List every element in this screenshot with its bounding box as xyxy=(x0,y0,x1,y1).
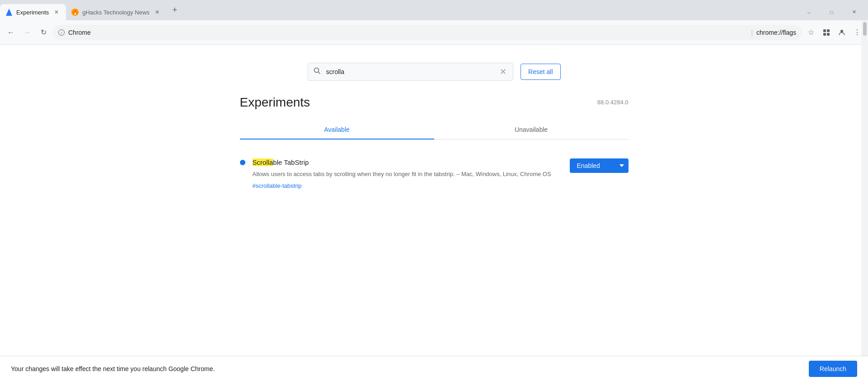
svg-rect-8 xyxy=(827,33,830,36)
address-url: chrome://flags xyxy=(756,29,796,36)
bottom-message: Your changes will take effect the next t… xyxy=(11,365,215,372)
relaunch-button[interactable]: Relaunch xyxy=(809,361,857,377)
search-input[interactable] xyxy=(326,68,493,75)
svg-rect-6 xyxy=(827,29,830,32)
new-tab-button[interactable]: + xyxy=(169,4,181,17)
page-title: Experiments xyxy=(240,95,310,110)
address-bar[interactable]: i Chrome | chrome://flags xyxy=(52,25,802,40)
search-icon xyxy=(314,67,321,76)
bookmark-button[interactable]: ☆ xyxy=(804,25,818,40)
experiments-tab-icon xyxy=(5,9,13,16)
experiment-link[interactable]: #scrollable-tabstrip xyxy=(253,182,302,189)
browser-name: Chrome xyxy=(68,29,747,36)
svg-point-9 xyxy=(840,30,843,33)
tabs-container: Available Unavailable xyxy=(240,121,629,139)
scrollbar-thumb[interactable] xyxy=(863,22,867,36)
experiment-item: Scrollable TabStrip Allows users to acce… xyxy=(240,154,629,200)
experiments-list: Scrollable TabStrip Allows users to acce… xyxy=(240,154,629,200)
toolbar-actions: ☆ ⋮ xyxy=(804,25,864,40)
search-box[interactable]: ✕ xyxy=(308,63,514,81)
experiments-tab-title: Experiments xyxy=(16,9,49,16)
forward-button[interactable]: → xyxy=(20,25,34,40)
svg-text:i: i xyxy=(61,31,62,35)
search-container: ✕ Reset all xyxy=(308,63,561,81)
maximize-button[interactable]: □ xyxy=(821,5,842,19)
experiment-description: Allows users to access tabs by scrolling… xyxy=(253,170,563,179)
nav-bar: ← → ↻ i Chrome | chrome://flags ☆ xyxy=(0,20,868,45)
experiment-name-highlight: Scrolla xyxy=(253,158,273,166)
scrollbar-track[interactable] xyxy=(861,20,868,356)
window-controls: – □ ✕ xyxy=(795,0,868,20)
page-header: Experiments 88.0.4284.0 xyxy=(240,95,629,110)
ghacks-tab-close[interactable]: ✕ xyxy=(153,8,161,16)
version-text: 88.0.4284.0 xyxy=(597,99,629,106)
search-clear-button[interactable]: ✕ xyxy=(498,67,507,76)
experiment-control[interactable]: Default Enabled Disabled xyxy=(570,158,629,173)
extensions-button[interactable] xyxy=(819,25,834,40)
tab-available[interactable]: Available xyxy=(240,121,434,139)
experiment-select[interactable]: Default Enabled Disabled xyxy=(570,158,629,173)
tab-unavailable[interactable]: Unavailable xyxy=(434,121,629,139)
profile-button[interactable] xyxy=(835,25,849,40)
minimize-button[interactable]: – xyxy=(798,5,819,19)
svg-text:🔥: 🔥 xyxy=(72,9,78,15)
address-separator: | xyxy=(751,29,753,36)
experiment-name: Scrollable TabStrip xyxy=(253,158,563,167)
address-security-icon: i xyxy=(58,29,65,36)
svg-marker-0 xyxy=(6,9,12,16)
svg-rect-5 xyxy=(823,29,826,32)
main-content: ✕ Reset all Experiments 88.0.4284.0 Avai… xyxy=(0,45,868,356)
bottom-bar: Your changes will take effect the next t… xyxy=(0,356,868,381)
tab-experiments[interactable]: Experiments ✕ xyxy=(0,4,66,20)
ghacks-tab-icon: 🔥 xyxy=(71,9,79,16)
reset-all-button[interactable]: Reset all xyxy=(521,64,560,80)
tab-strip: Experiments ✕ 🔥 gHacks Technology News ✕… xyxy=(0,0,795,20)
tab-ghacks[interactable]: 🔥 gHacks Technology News ✕ xyxy=(66,4,167,20)
svg-rect-7 xyxy=(823,33,826,36)
experiment-dot xyxy=(240,160,245,165)
experiments-tab-close[interactable]: ✕ xyxy=(52,8,61,16)
back-button[interactable]: ← xyxy=(4,25,18,40)
experiment-name-suffix: ble TabStrip xyxy=(273,158,309,166)
svg-line-11 xyxy=(318,72,320,74)
ghacks-tab-title: gHacks Technology News xyxy=(82,9,150,16)
refresh-button[interactable]: ↻ xyxy=(36,25,51,40)
title-bar: Experiments ✕ 🔥 gHacks Technology News ✕… xyxy=(0,0,868,20)
experiment-body: Scrollable TabStrip Allows users to acce… xyxy=(253,158,563,190)
close-button[interactable]: ✕ xyxy=(844,5,864,19)
